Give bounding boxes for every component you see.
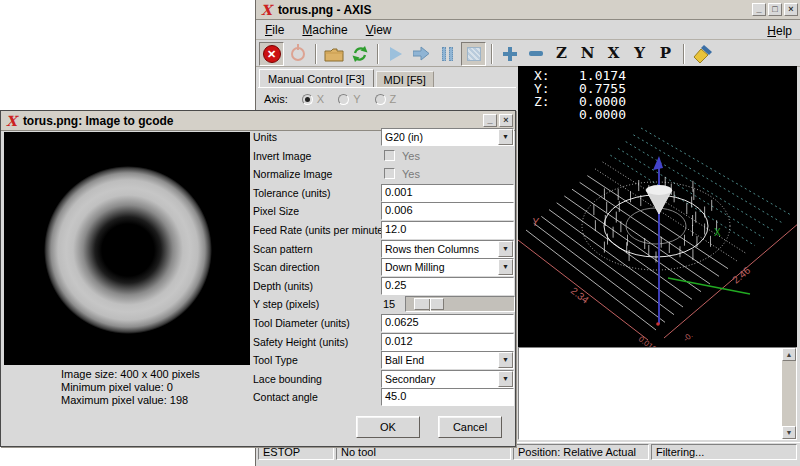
field-label: Contact angle [253, 391, 318, 403]
menu-help[interactable]: Help [763, 22, 796, 40]
dimension-label-left: 2.34 [569, 285, 591, 306]
contact-angle-input[interactable]: 45.0 [381, 388, 514, 406]
gcode-scrollbar[interactable]: ▲ ▼ [782, 348, 796, 439]
view-perspective-icon: P [660, 46, 671, 61]
axis-titlebar[interactable]: X torus.png - AXIS _ □ × [256, 0, 800, 20]
view-front-icon: Y [634, 46, 645, 61]
view-side-button[interactable]: X [601, 42, 626, 66]
view-rotated-top-icon: N [581, 46, 595, 61]
field-row-normalize-image: Normalize Image Yes [1, 165, 517, 183]
pause-icon [442, 47, 453, 61]
field-label: Scan direction [253, 261, 320, 273]
menu-file[interactable]: File [256, 21, 293, 39]
run-button[interactable] [383, 42, 408, 66]
view-perspective-button[interactable]: P [653, 42, 678, 66]
chevron-down-icon: ▼ [498, 241, 513, 257]
broom-icon [691, 44, 713, 64]
field-label: Safety Height (units) [253, 336, 348, 348]
tolerance-input[interactable]: 0.001 [381, 184, 514, 202]
view-side-icon: X [608, 46, 620, 61]
axis-radio-z[interactable] [375, 94, 386, 105]
field-row-lace-bounding: Lace bounding Secondary ▼ [1, 370, 517, 388]
stop-button[interactable] [461, 42, 486, 66]
tab-mdi[interactable]: MDI [F5] [376, 71, 434, 88]
chevron-down-icon: ▼ [498, 259, 513, 275]
status-filtering: Filtering... [651, 444, 797, 460]
minimize-button[interactable]: _ [483, 114, 497, 127]
field-row-tolerance: Tolerance (units) 0.001 [1, 184, 517, 202]
scroll-down-icon[interactable]: ▼ [782, 426, 796, 439]
zoom-in-button[interactable] [497, 42, 522, 66]
menu-view[interactable]: View [357, 21, 401, 39]
axis-radio-y[interactable] [338, 94, 349, 105]
scroll-up-icon[interactable]: ▲ [782, 348, 796, 361]
field-row-scan-pattern: Scan pattern Rows then Columns ▼ [1, 240, 517, 258]
units-select[interactable]: G20 (in) ▼ [381, 128, 514, 146]
tool-type-select[interactable]: Ball End ▼ [381, 351, 514, 369]
close-button[interactable]: × [784, 3, 798, 16]
stop-icon [467, 47, 481, 61]
chevron-down-icon: ▼ [498, 371, 513, 387]
dimension-label-bottom-right: -0. [682, 331, 695, 344]
safety-height-input[interactable]: 0.012 [381, 333, 514, 351]
origin-marker [656, 322, 660, 326]
minimize-button[interactable]: _ [752, 3, 766, 16]
estop-icon: ✕ [263, 45, 281, 63]
field-row-safety-height: Safety Height (units) 0.012 [1, 333, 517, 351]
pixel-size-input[interactable]: 0.006 [381, 202, 514, 220]
ok-button[interactable]: OK [356, 416, 420, 438]
view-rotated-top-button[interactable]: N [575, 42, 600, 66]
open-file-button[interactable] [321, 42, 346, 66]
field-label: Tool Type [253, 354, 298, 366]
tab-strip: Manual Control [F3] MDI [F5] [259, 69, 434, 88]
step-button[interactable] [409, 42, 434, 66]
y-step-slider[interactable] [405, 296, 515, 312]
machine-power-button[interactable] [285, 42, 310, 66]
field-row-invert-image: Invert Image Yes [1, 147, 517, 165]
gcode-listing[interactable]: ▲ ▼ [518, 347, 797, 440]
view-top-icon: Z [556, 46, 567, 61]
reload-button[interactable] [347, 42, 372, 66]
power-icon [291, 47, 305, 61]
chevron-down-icon: ▼ [498, 352, 513, 368]
depth-input[interactable]: 0.25 [381, 277, 514, 295]
pause-button[interactable] [435, 42, 460, 66]
field-row-scan-direction: Scan direction Down Milling ▼ [1, 258, 517, 276]
estop-button[interactable]: ✕ [259, 42, 284, 66]
zoom-out-button[interactable] [523, 42, 548, 66]
tool-diameter-input[interactable]: 0.0625 [381, 314, 514, 332]
maximize-button[interactable]: □ [768, 3, 782, 16]
field-label: Feed Rate (units per minute) [253, 224, 387, 236]
backplot-preview[interactable]: 2.34 2.46 0.010 -0. Y X X:1.0174 Y:0.775… [518, 66, 797, 347]
field-label: Y step (pixels) [253, 298, 319, 310]
field-row-pixel-size: Pixel Size 0.006 [1, 202, 517, 220]
field-label: Invert Image [253, 150, 311, 162]
field-row-depth: Depth (units) 0.25 [1, 277, 517, 295]
view-front-button[interactable]: Y [627, 42, 652, 66]
toolbar-separator [683, 44, 685, 64]
cancel-button[interactable]: Cancel [438, 416, 502, 438]
toolbar: ✕ [256, 41, 800, 67]
field-row-feed-rate: Feed Rate (units per minute) 12.0 [1, 221, 517, 239]
slider-thumb[interactable] [414, 298, 444, 310]
reload-icon [351, 45, 369, 63]
toolbar-separator [377, 44, 379, 64]
clear-plot-button[interactable] [689, 42, 714, 66]
app-logo-icon: X [261, 3, 272, 17]
scan-pattern-select[interactable]: Rows then Columns ▼ [381, 240, 514, 258]
tab-manual-control[interactable]: Manual Control [F3] [259, 69, 374, 88]
scan-direction-select[interactable]: Down Milling ▼ [381, 258, 514, 276]
axis-radio-y-label: Y [353, 93, 360, 105]
lace-bounding-select[interactable]: Secondary ▼ [381, 370, 514, 388]
y-axis-label: Y [532, 217, 540, 228]
app-logo-icon: X [6, 114, 17, 128]
invert-image-checkbox[interactable] [384, 150, 395, 161]
field-row-units: Units G20 (in) ▼ [1, 128, 517, 146]
normalize-image-checkbox[interactable] [384, 168, 395, 179]
dimension-label-bottom-left: 0.010 [637, 334, 659, 347]
axis-radio-x[interactable] [302, 94, 313, 105]
view-top-button[interactable]: Z [549, 42, 574, 66]
close-button[interactable]: × [499, 114, 513, 127]
menu-machine[interactable]: Machine [293, 21, 356, 39]
feed-rate-input[interactable]: 12.0 [381, 221, 514, 239]
